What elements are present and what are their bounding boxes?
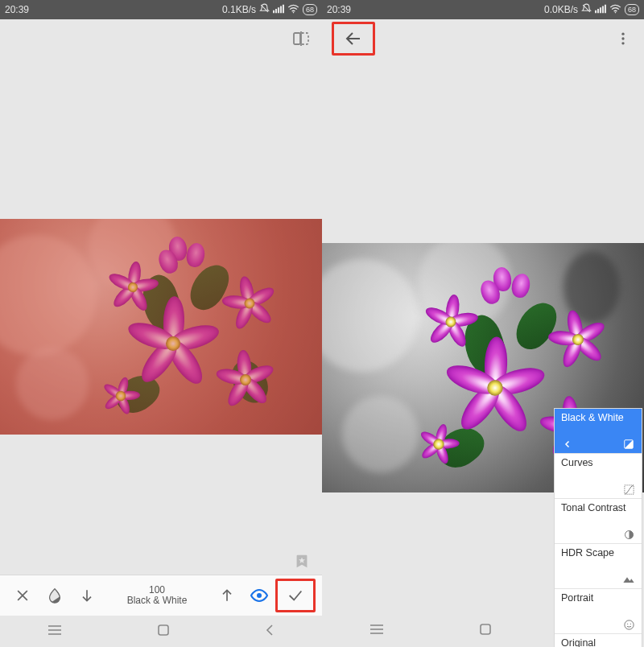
svg-rect-19 <box>597 9 599 13</box>
recents-button[interactable] <box>47 624 63 640</box>
filter-stack-popup: Black & White Curves Tonal Contrast HDR … <box>554 408 642 647</box>
hdr-scape-icon <box>622 573 635 586</box>
tonal-contrast-icon <box>622 528 635 541</box>
bw-icon <box>622 438 635 451</box>
svg-point-34 <box>627 623 628 624</box>
back-button-nav[interactable] <box>264 624 275 640</box>
wifi-icon <box>609 4 621 16</box>
svg-rect-21 <box>602 6 604 13</box>
svg-rect-39 <box>481 624 490 634</box>
svg-rect-17 <box>159 625 168 635</box>
status-time: 20:39 <box>327 4 351 15</box>
apply-button[interactable] <box>275 579 316 612</box>
svg-rect-18 <box>595 10 597 13</box>
battery-indicator: 68 <box>303 4 317 15</box>
compare-icon[interactable] <box>290 27 312 50</box>
cellular-icon <box>273 4 284 16</box>
svg-rect-4 <box>283 4 284 13</box>
phone-right: 20:39 0.0KB/s 68 <box>322 0 644 647</box>
svg-marker-32 <box>623 577 634 583</box>
svg-rect-3 <box>280 6 282 13</box>
canvas-area[interactable]: Black & White Curves Tonal Contrast HDR … <box>322 58 644 615</box>
svg-point-5 <box>293 11 295 13</box>
svg-point-26 <box>621 37 624 39</box>
increase-button[interactable] <box>211 579 243 612</box>
wifi-icon <box>287 4 299 16</box>
svg-point-35 <box>630 623 630 624</box>
status-net-speed: 0.1KB/s <box>222 4 256 15</box>
filter-item-portrait[interactable]: Portrait <box>555 589 642 634</box>
filter-item-tonal-contrast[interactable]: Tonal Contrast <box>555 499 642 544</box>
svg-rect-1 <box>275 9 277 13</box>
portrait-icon <box>622 618 635 631</box>
decrease-button[interactable] <box>71 579 103 612</box>
status-right-cluster: 0.0KB/s 68 <box>544 3 639 16</box>
status-bar: 20:39 0.1KB/s 68 <box>0 0 322 19</box>
status-bar: 20:39 0.0KB/s 68 <box>322 0 644 19</box>
svg-rect-2 <box>278 7 279 13</box>
bookmark-icon[interactable] <box>293 553 311 571</box>
cancel-button[interactable] <box>6 579 39 612</box>
svg-rect-0 <box>273 10 275 13</box>
cellular-icon <box>595 4 606 16</box>
more-menu-button[interactable] <box>612 27 634 50</box>
svg-point-23 <box>615 11 617 13</box>
brush-invert-button[interactable] <box>39 579 71 612</box>
status-time: 20:39 <box>5 4 29 15</box>
filter-name-label: Black & White <box>127 595 188 606</box>
svg-point-33 <box>624 620 633 628</box>
system-nav-bar <box>0 616 322 647</box>
filter-item-hdr-scape[interactable]: HDR Scape <box>555 544 642 589</box>
battery-indicator: 68 <box>625 4 639 15</box>
chevron-left-icon <box>561 438 574 451</box>
filter-intensity-display: 100 Black & White <box>103 585 211 606</box>
status-right-cluster: 0.1KB/s 68 <box>222 3 317 16</box>
bottom-toolbar: 100 Black & White <box>0 575 322 616</box>
svg-point-27 <box>621 42 624 44</box>
edited-image-preview[interactable] <box>0 219 322 435</box>
filter-item-curves[interactable]: Curves <box>555 454 642 499</box>
svg-point-25 <box>621 33 624 35</box>
home-button[interactable] <box>157 624 170 640</box>
curves-icon <box>622 483 635 496</box>
app-top-bar <box>322 19 644 58</box>
filter-item-original[interactable]: Original <box>555 634 642 647</box>
filter-item-black-and-white[interactable]: Black & White <box>555 409 642 454</box>
status-net-speed: 0.0KB/s <box>544 4 578 15</box>
svg-rect-20 <box>600 7 601 13</box>
preview-eye-button[interactable] <box>243 579 275 612</box>
svg-rect-22 <box>605 4 606 13</box>
app-top-bar <box>0 19 322 58</box>
svg-point-13 <box>257 593 262 598</box>
back-button[interactable] <box>332 22 375 56</box>
svg-rect-6 <box>294 33 300 44</box>
dnd-icon <box>259 3 270 16</box>
recents-button[interactable] <box>369 623 385 639</box>
canvas-area[interactable] <box>0 58 322 575</box>
home-button[interactable] <box>479 623 492 639</box>
phone-left: 20:39 0.1KB/s 68 <box>0 0 322 647</box>
dnd-icon <box>581 3 592 16</box>
